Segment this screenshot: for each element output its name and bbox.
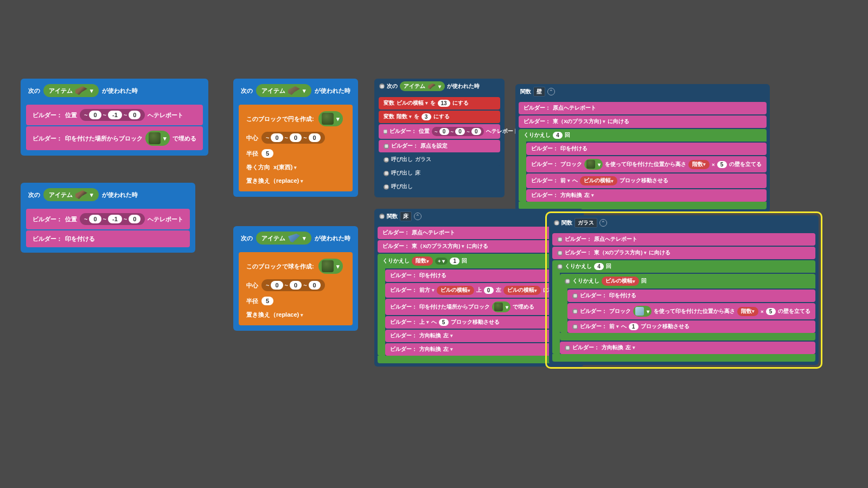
function-glass-stack[interactable]: ⊞ 関数 ガラス ⌃ ⊞ ビルダー： 原点へテレポート ⊞ ビルダー： 東（Xの… bbox=[549, 215, 819, 365]
num-input[interactable]: 4 bbox=[553, 132, 563, 139]
expand-icon[interactable]: ⊞ bbox=[572, 324, 578, 330]
num-input[interactable]: 13 bbox=[438, 100, 450, 107]
repeat-inner-block[interactable]: ⊞ くりかえし ビルの横幅 回 bbox=[560, 274, 815, 288]
coords-input[interactable]: ~ 0 ~ 0 ~ 0 bbox=[261, 279, 325, 291]
collapse-icon[interactable]: ⌃ bbox=[547, 88, 555, 95]
expand-icon[interactable]: ⊞ bbox=[384, 171, 389, 176]
builder-turn-block[interactable]: ⊞ ビルダー： 方向転換 左 bbox=[560, 342, 815, 354]
coords-input[interactable]: ~ 0 ~ -1 ~ 0 bbox=[80, 109, 145, 121]
num-input[interactable]: 0 bbox=[439, 128, 449, 135]
event-hat[interactable]: 次の アイテム ▾ が使われた時 bbox=[21, 183, 195, 207]
var-ref[interactable]: 階数 bbox=[737, 307, 758, 316]
builder-face-block[interactable]: ⊞ ビルダー： 東（Xのプラス方向) に向ける bbox=[552, 247, 815, 259]
num-input[interactable]: 1 bbox=[450, 258, 459, 265]
collapse-icon[interactable]: ⌃ bbox=[599, 219, 607, 227]
expand-icon[interactable]: ⊞ bbox=[557, 237, 563, 242]
direction-dropdown[interactable]: 東（Xのプラス方向) bbox=[594, 249, 647, 256]
expand-icon[interactable]: ⊞ bbox=[379, 214, 385, 219]
var-dropdown[interactable]: 階数 bbox=[397, 113, 412, 120]
num-input[interactable]: 0 bbox=[309, 133, 321, 142]
num-input[interactable]: 5 bbox=[439, 319, 449, 326]
num-input[interactable]: 0 bbox=[271, 281, 283, 290]
function-hat[interactable]: 関数 壁 ⌃ bbox=[515, 84, 770, 99]
var-ref[interactable]: ビルの横幅 bbox=[580, 176, 617, 185]
num-input[interactable]: 0 bbox=[309, 281, 321, 290]
block-stack-main[interactable]: ⊞ 次の アイテム ▾ が使われた時 変数 ビルの横幅 を 13 にする 変数 … bbox=[374, 79, 505, 197]
num-input[interactable]: 5 bbox=[717, 161, 727, 168]
num-input[interactable]: 5 bbox=[261, 149, 273, 158]
expand-icon[interactable]: ⊞ bbox=[572, 293, 578, 299]
fn-name[interactable]: ガラス bbox=[575, 218, 597, 228]
expand-icon[interactable]: ⊞ bbox=[554, 220, 559, 226]
var-ref[interactable]: ビルの横幅 bbox=[437, 286, 474, 295]
block-picker[interactable]: ▾ bbox=[633, 306, 652, 317]
num-input[interactable]: 3 bbox=[422, 113, 431, 120]
builder-origin-tp-block[interactable]: ⊞ ビルダー： 原点へテレポート bbox=[552, 233, 815, 246]
direction-dropdown[interactable]: 前方 bbox=[419, 287, 435, 294]
builder-raise-wall-block[interactable]: ビルダー： ブロック ▾ を使って印を付けた位置から高さ 階数 × 5 の壁を立… bbox=[526, 156, 767, 172]
direction-dropdown[interactable]: 左 bbox=[626, 344, 635, 351]
num-input[interactable]: 0 bbox=[471, 128, 481, 135]
block-stack-1[interactable]: 次の アイテム ▾ が使われた時 ビルダー： 位置 ~ 0 ~ -1 ~ 0 へ… bbox=[21, 79, 208, 156]
block-picker[interactable]: ▾ bbox=[584, 159, 603, 170]
fn-name[interactable]: 床 bbox=[400, 211, 412, 221]
expand-icon[interactable]: ⊞ bbox=[557, 251, 563, 256]
num-input[interactable]: 0 bbox=[484, 287, 494, 294]
set-variable-block[interactable]: 変数 ビルの横幅 を 13 にする bbox=[379, 97, 500, 110]
builder-turn-block[interactable]: ビルダー： 方向転換 左 bbox=[526, 189, 767, 202]
expand-icon[interactable]: ⊞ bbox=[557, 264, 563, 269]
operator-dropdown[interactable]: 置き換え（replace) bbox=[246, 177, 303, 185]
orientation-dropdown[interactable]: x(東西) bbox=[273, 163, 297, 171]
expand-icon[interactable]: ⊞ bbox=[565, 279, 570, 284]
block-picker[interactable]: ▾ bbox=[318, 111, 343, 126]
item-dropdown[interactable]: アイテム ▾ bbox=[256, 232, 311, 245]
num-input[interactable]: 5 bbox=[766, 308, 776, 315]
direction-dropdown[interactable]: 左 bbox=[443, 332, 453, 339]
num-input[interactable]: 0 bbox=[129, 215, 141, 223]
builder-mark-block[interactable]: ⊞ ビルダー： 印を付ける bbox=[567, 290, 815, 302]
expand-icon[interactable]: ⊞ bbox=[379, 84, 385, 89]
num-input[interactable]: -1 bbox=[108, 111, 122, 119]
num-input[interactable]: 0 bbox=[129, 111, 141, 119]
direction-dropdown[interactable]: 左 bbox=[443, 346, 453, 353]
var-ref[interactable]: 階数 bbox=[412, 256, 433, 266]
num-input[interactable]: 0 bbox=[89, 111, 101, 119]
builder-mark-block[interactable]: ビルダー： 印を付ける bbox=[26, 230, 190, 247]
builder-move-block[interactable]: ⊞ ビルダー： 前 へ 1 ブロック移動させる bbox=[567, 320, 815, 333]
call-function-block[interactable]: ⊞ 呼び出し bbox=[379, 181, 500, 193]
num-input[interactable]: 0 bbox=[290, 281, 302, 290]
builder-raise-wall-block[interactable]: ⊞ ビルダー： ブロック ▾ を使って印を付けた位置から高さ 階数 × 5 の壁… bbox=[567, 303, 815, 319]
repeat-block[interactable]: くりかえし 4 回 bbox=[519, 129, 767, 142]
fn-name[interactable]: 壁 bbox=[533, 87, 545, 97]
direction-dropdown[interactable]: 東（Xのプラス方向) bbox=[412, 243, 464, 250]
direction-dropdown[interactable]: 左 bbox=[584, 192, 594, 199]
repeat-outer-block[interactable]: ⊞ くりかえし 4 回 bbox=[552, 260, 815, 273]
event-hat[interactable]: 次の アイテム ▾ が使われた時 bbox=[21, 79, 208, 102]
coords-input[interactable]: ~ 0 ~ 0 ~ 0 bbox=[261, 132, 325, 144]
block-picker[interactable]: ▾ bbox=[492, 301, 510, 312]
item-dropdown[interactable]: アイテム ▾ bbox=[256, 84, 311, 97]
item-dropdown[interactable]: アイテム ▾ bbox=[43, 188, 99, 201]
direction-dropdown[interactable]: 前 bbox=[609, 323, 619, 330]
operator-dropdown[interactable]: 置き換え（replace) bbox=[246, 311, 303, 319]
call-function-block[interactable]: ⊞ 呼び出し ガラス bbox=[379, 153, 500, 166]
expand-icon[interactable]: ⊞ bbox=[565, 345, 570, 351]
block-stack-2[interactable]: 次の アイテム ▾ が使われた時 ビルダー： 位置 ~ 0 ~ -1 ~ 0 へ… bbox=[21, 183, 195, 253]
set-variable-block[interactable]: 変数 階数 を 3 にする bbox=[379, 111, 500, 123]
event-hat[interactable]: 次の アイテム ▾ が使われた時 bbox=[233, 79, 358, 102]
num-input[interactable]: 5 bbox=[261, 297, 273, 305]
expand-icon[interactable]: ⊞ bbox=[384, 129, 387, 134]
num-input[interactable]: -1 bbox=[108, 215, 122, 223]
builder-teleport-block[interactable]: ⊞ ビルダー： 位置 ~ 0 ~ 0 ~ 0 へテレポート bbox=[379, 124, 500, 139]
call-function-block[interactable]: ⊞ 呼び出し 床 bbox=[379, 167, 500, 179]
expand-icon[interactable]: ⊞ bbox=[572, 309, 578, 314]
direction-dropdown[interactable]: 前 bbox=[560, 177, 570, 184]
var-ref[interactable]: 階数 bbox=[688, 160, 710, 169]
builder-face-block[interactable]: ビルダー： 東（Xのプラス方向) に向ける bbox=[519, 115, 767, 128]
item-dropdown[interactable]: アイテム ▾ bbox=[43, 84, 99, 97]
shapes-sphere-block[interactable]: このブロックで球を作成: ▾ 中心 ~ 0 ~ 0 ~ 0 半径 bbox=[239, 252, 353, 325]
event-hat[interactable]: 次の アイテム ▾ が使われた時 bbox=[233, 226, 358, 250]
collapse-icon[interactable]: ⌃ bbox=[414, 213, 422, 220]
function-wall-stack[interactable]: 関数 壁 ⌃ ビルダー： 原点へテレポート ビルダー： 東（Xのプラス方向) に… bbox=[515, 84, 770, 213]
num-input[interactable]: 0 bbox=[89, 215, 101, 223]
